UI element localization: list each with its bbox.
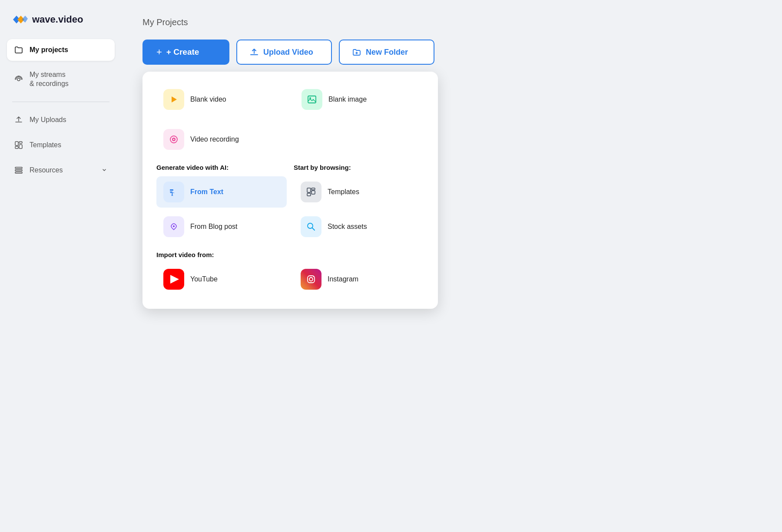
app-name: wave.video bbox=[32, 14, 83, 25]
from-text-label: From Text bbox=[190, 188, 223, 196]
upload-video-icon bbox=[249, 47, 259, 57]
folder-icon bbox=[14, 45, 23, 55]
from-text-icon: T bbox=[163, 182, 184, 202]
instagram-item[interactable]: Instagram bbox=[294, 264, 424, 295]
instagram-icon bbox=[301, 269, 321, 290]
templates-icon bbox=[14, 140, 23, 150]
import-items: YouTube Instagram bbox=[156, 264, 424, 295]
logo-icon bbox=[12, 14, 28, 25]
from-blog-label: From Blog post bbox=[190, 223, 237, 231]
templates-item[interactable]: Templates bbox=[294, 176, 424, 208]
blank-video-item[interactable]: Blank video bbox=[156, 84, 286, 115]
svg-rect-2 bbox=[19, 142, 22, 143]
new-folder-button[interactable]: New Folder bbox=[339, 40, 434, 65]
svg-point-0 bbox=[17, 78, 20, 81]
ai-section: Generate video with AI: T From Text bbox=[156, 164, 287, 242]
streams-icon bbox=[14, 75, 23, 84]
svg-rect-8 bbox=[308, 96, 316, 103]
ai-browse-section: Generate video with AI: T From Text bbox=[156, 164, 424, 242]
ai-section-label: Generate video with AI: bbox=[156, 164, 287, 171]
stock-assets-item[interactable]: Stock assets bbox=[294, 211, 424, 242]
sidebar-item-my-streams[interactable]: My streams& recordings bbox=[7, 64, 115, 95]
svg-rect-17 bbox=[307, 188, 311, 192]
create-button-label: + Create bbox=[166, 47, 199, 57]
svg-text:T: T bbox=[170, 191, 174, 197]
svg-rect-1 bbox=[15, 142, 18, 145]
sidebar: wave.video My projects My streams& recor… bbox=[0, 0, 122, 532]
youtube-label: YouTube bbox=[190, 275, 218, 283]
svg-rect-19 bbox=[311, 191, 315, 194]
sidebar-item-resources-label: Resources bbox=[30, 166, 63, 174]
upload-video-button[interactable]: Upload Video bbox=[236, 40, 332, 65]
svg-point-21 bbox=[308, 223, 313, 228]
upload-video-button-label: Upload Video bbox=[263, 48, 313, 57]
resources-chevron-icon bbox=[101, 167, 108, 174]
stock-assets-label: Stock assets bbox=[328, 223, 367, 231]
svg-point-16 bbox=[173, 225, 175, 227]
svg-point-24 bbox=[313, 276, 314, 277]
import-section: Import video from: YouTube bbox=[156, 251, 424, 295]
browse-section: Start by browsing: Templates bbox=[294, 164, 424, 242]
sidebar-item-templates-label: Templates bbox=[30, 141, 61, 149]
new-folder-button-label: New Folder bbox=[366, 48, 408, 57]
from-blog-icon bbox=[163, 216, 184, 237]
upload-icon bbox=[14, 115, 23, 125]
browse-section-label: Start by browsing: bbox=[294, 164, 424, 171]
sidebar-item-resources[interactable]: Resources bbox=[7, 159, 115, 181]
blank-image-label: Blank image bbox=[328, 96, 367, 103]
blank-image-icon bbox=[302, 89, 322, 110]
svg-rect-6 bbox=[15, 169, 22, 171]
svg-rect-20 bbox=[307, 193, 311, 196]
sidebar-item-my-projects-label: My projects bbox=[30, 46, 68, 54]
svg-rect-5 bbox=[15, 167, 22, 169]
svg-rect-3 bbox=[19, 145, 22, 149]
new-folder-icon bbox=[352, 47, 361, 57]
resources-icon bbox=[14, 165, 23, 175]
svg-rect-7 bbox=[15, 172, 22, 173]
main-content: My Projects + + Create Upload Video bbox=[122, 0, 782, 532]
plus-icon: + bbox=[156, 46, 162, 58]
quick-create-row: Blank video Blank image bbox=[156, 84, 424, 115]
blank-image-item[interactable]: Blank image bbox=[295, 84, 424, 115]
youtube-item[interactable]: YouTube bbox=[156, 264, 287, 295]
sidebar-item-my-uploads[interactable]: My Uploads bbox=[7, 109, 115, 131]
logo-area: wave.video bbox=[7, 10, 115, 36]
svg-point-23 bbox=[309, 278, 313, 281]
youtube-icon bbox=[163, 269, 184, 290]
youtube-play-icon bbox=[170, 275, 179, 284]
sidebar-item-my-uploads-label: My Uploads bbox=[30, 116, 66, 124]
blank-video-icon bbox=[163, 89, 184, 110]
nav-divider bbox=[12, 102, 109, 102]
sidebar-item-my-streams-label: My streams& recordings bbox=[30, 70, 69, 89]
from-blog-item[interactable]: From Blog post bbox=[156, 211, 287, 242]
instagram-label: Instagram bbox=[328, 275, 358, 283]
stock-assets-icon bbox=[301, 216, 321, 237]
video-recording-item[interactable]: Video recording bbox=[156, 124, 293, 155]
create-dropdown: Blank video Blank image bbox=[142, 72, 438, 309]
templates-menu-label: Templates bbox=[328, 188, 359, 196]
blank-video-label: Blank video bbox=[190, 96, 226, 103]
from-text-item[interactable]: T From Text bbox=[156, 176, 287, 208]
video-recording-row: Video recording bbox=[156, 124, 424, 155]
templates-menu-icon bbox=[301, 182, 321, 202]
svg-point-12 bbox=[173, 139, 175, 140]
toolbar: + + Create Upload Video New Folder bbox=[142, 40, 761, 65]
sidebar-item-templates[interactable]: Templates bbox=[7, 134, 115, 156]
svg-rect-4 bbox=[15, 146, 18, 149]
create-button[interactable]: + + Create bbox=[142, 40, 229, 65]
sidebar-item-my-projects[interactable]: My projects bbox=[7, 39, 115, 61]
video-recording-label: Video recording bbox=[190, 135, 239, 143]
page-title: My Projects bbox=[142, 17, 761, 27]
svg-rect-18 bbox=[311, 188, 315, 190]
video-recording-icon bbox=[163, 129, 184, 150]
import-section-label: Import video from: bbox=[156, 251, 424, 258]
